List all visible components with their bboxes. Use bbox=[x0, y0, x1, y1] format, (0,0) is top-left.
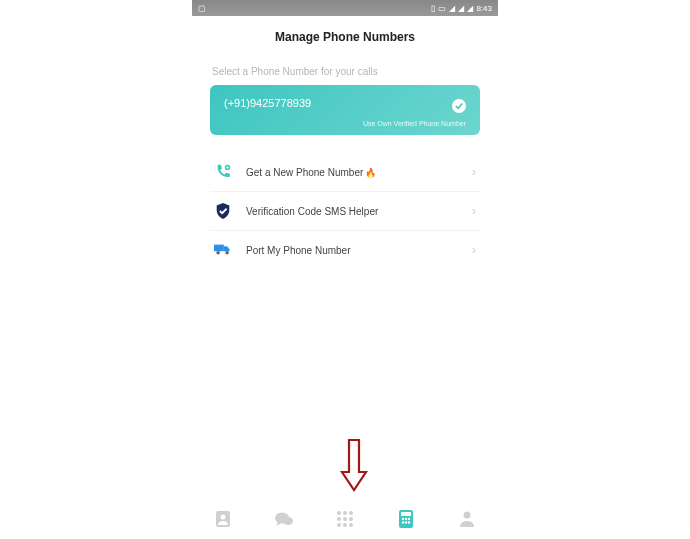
signal2-icon: ◢ bbox=[467, 4, 473, 13]
status-bar: ▢ ▯ ▭ ◢ ◢ ◢ 8:43 bbox=[192, 0, 498, 16]
notification-icon: ▯ bbox=[431, 4, 435, 13]
svg-point-15 bbox=[343, 523, 347, 527]
svg-rect-18 bbox=[401, 512, 411, 516]
fire-icon: 🔥 bbox=[365, 168, 376, 178]
svg-point-2 bbox=[216, 251, 220, 255]
phone-screen: ▢ ▯ ▭ ◢ ◢ ◢ 8:43 Manage Phone Numbers Se… bbox=[192, 0, 498, 539]
battery-icon: ▭ bbox=[438, 4, 446, 13]
verified-phone-card[interactable]: (+91)9425778939 Use Own Verified Phone N… bbox=[210, 85, 480, 135]
svg-point-26 bbox=[464, 512, 471, 519]
nav-contacts[interactable] bbox=[211, 507, 235, 531]
option-label: Verification Code SMS Helper bbox=[246, 206, 472, 217]
svg-point-10 bbox=[349, 511, 353, 515]
svg-point-22 bbox=[402, 521, 404, 523]
status-time: 8:43 bbox=[476, 4, 492, 13]
helper-text: Select a Phone Number for your calls bbox=[192, 66, 498, 85]
option-port-number[interactable]: Port My Phone Number › bbox=[210, 231, 480, 269]
options-list: Get a New Phone Number🔥 › Verification C… bbox=[210, 153, 480, 269]
phone-plus-icon bbox=[214, 163, 232, 181]
option-label: Get a New Phone Number🔥 bbox=[246, 167, 472, 178]
svg-point-19 bbox=[402, 518, 404, 520]
svg-rect-1 bbox=[214, 245, 224, 252]
svg-point-16 bbox=[349, 523, 353, 527]
chevron-right-icon: › bbox=[472, 204, 476, 218]
wifi-icon: ◢ bbox=[449, 4, 455, 13]
truck-icon bbox=[214, 241, 232, 259]
svg-point-14 bbox=[337, 523, 341, 527]
chevron-right-icon: › bbox=[472, 165, 476, 179]
option-label: Port My Phone Number bbox=[246, 245, 472, 256]
svg-point-8 bbox=[337, 511, 341, 515]
status-bar-right: ▯ ▭ ◢ ◢ ◢ 8:43 bbox=[431, 4, 492, 13]
option-sms-helper[interactable]: Verification Code SMS Helper › bbox=[210, 192, 480, 231]
shield-check-icon bbox=[214, 202, 232, 220]
signal-icon: ◢ bbox=[458, 4, 464, 13]
nav-profile[interactable] bbox=[455, 507, 479, 531]
svg-point-21 bbox=[408, 518, 410, 520]
nav-calculator[interactable] bbox=[394, 507, 418, 531]
svg-point-23 bbox=[405, 521, 407, 523]
svg-point-13 bbox=[349, 517, 353, 521]
svg-point-5 bbox=[220, 515, 225, 520]
nav-keypad[interactable] bbox=[333, 507, 357, 531]
svg-point-9 bbox=[343, 511, 347, 515]
svg-point-3 bbox=[225, 251, 229, 255]
status-bar-left-icon: ▢ bbox=[198, 4, 206, 13]
check-icon bbox=[452, 99, 466, 113]
nav-messages[interactable] bbox=[272, 507, 296, 531]
option-get-new-number[interactable]: Get a New Phone Number🔥 › bbox=[210, 153, 480, 192]
card-subtext: Use Own Verified Phone Number bbox=[363, 120, 466, 127]
svg-point-12 bbox=[343, 517, 347, 521]
svg-point-11 bbox=[337, 517, 341, 521]
svg-point-20 bbox=[405, 518, 407, 520]
down-arrow-annotation bbox=[340, 438, 368, 498]
page-title: Manage Phone Numbers bbox=[192, 16, 498, 66]
svg-point-7 bbox=[283, 517, 293, 525]
svg-point-24 bbox=[408, 521, 410, 523]
chevron-right-icon: › bbox=[472, 243, 476, 257]
bottom-nav bbox=[192, 497, 498, 539]
phone-number: (+91)9425778939 bbox=[224, 97, 466, 109]
